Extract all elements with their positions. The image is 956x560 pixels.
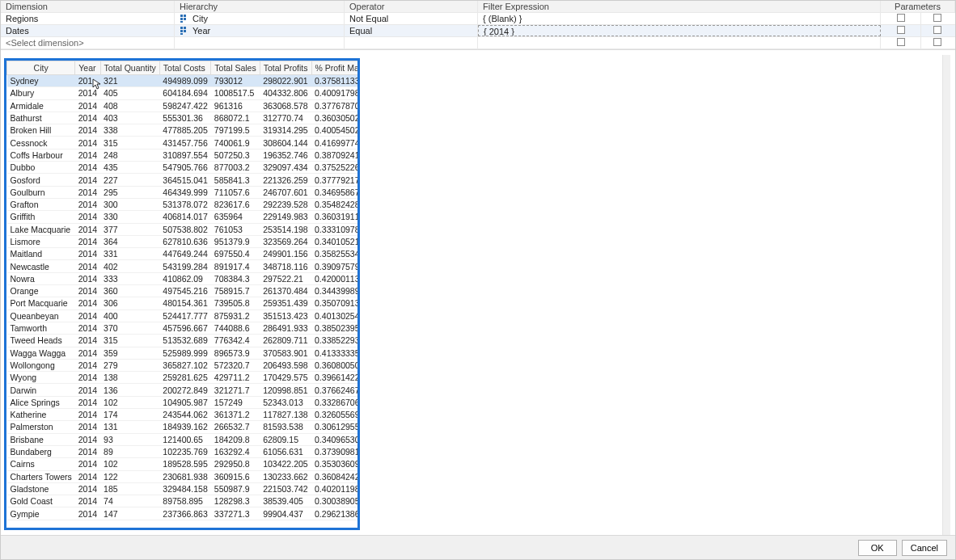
table-row[interactable]: Sydney201321494989.099793012298022.9010.…	[7, 75, 361, 87]
table-row[interactable]: Bundaberg201489102235.769163292.461056.6…	[7, 445, 361, 457]
cell-city: Lake Macquarie	[7, 223, 75, 235]
cell-city: Darwin	[7, 384, 75, 396]
filter-operator[interactable]: Equal	[345, 25, 478, 36]
filter-hierarchy[interactable]: City	[175, 13, 345, 24]
table-row[interactable]: Orange2014360497545.216758915.7261370.48…	[7, 285, 361, 297]
cell-city: Brisbane	[7, 433, 75, 445]
cell-margin: 0.35825534040…	[311, 248, 360, 260]
table-row[interactable]: Lake Macquarie2014377507538.802761053253…	[7, 223, 361, 235]
cell-margin: 0.33286706433…	[311, 396, 360, 408]
col-year[interactable]: Year	[75, 61, 100, 75]
table-row[interactable]: Gosford2014227364515.041585841.3221326.2…	[7, 174, 361, 186]
svg-rect-3	[184, 15, 186, 17]
col-margin[interactable]: % Profit Margin	[311, 61, 360, 75]
checkbox-icon[interactable]	[933, 38, 941, 46]
filter-operator[interactable]: Not Equal	[345, 13, 478, 24]
table-row[interactable]: Katherine2014174243544.062361371.2117827…	[7, 409, 361, 421]
cell-year: 2014	[75, 124, 100, 137]
table-row[interactable]: Wyong2014138259281.625429711.2170429.575…	[7, 372, 361, 384]
filter-param-b[interactable]	[921, 37, 954, 48]
checkbox-icon[interactable]	[933, 26, 941, 34]
filter-param-a[interactable]	[881, 37, 921, 48]
preview-table-frame: City Year Total Quantity Total Costs Tot…	[4, 58, 360, 530]
cell-profits: 253514.198	[260, 223, 311, 235]
cell-qty: 315	[100, 335, 159, 347]
filter-expression[interactable]: { 2014 }	[478, 25, 881, 36]
table-row[interactable]: Alice Springs2014102104905.9871572495234…	[7, 396, 361, 408]
filter-row-regions[interactable]: Regions City Not Equal { (Blank) }	[1, 13, 955, 25]
col-city[interactable]: City	[7, 61, 75, 75]
cell-profits: 261370.484	[260, 285, 311, 297]
table-row[interactable]: Bathurst2014403555301.36868072.1312770.7…	[7, 112, 361, 124]
filter-param-b[interactable]	[921, 25, 954, 36]
cell-profits: 229149.983	[260, 211, 311, 223]
table-row[interactable]: Port Macquarie2014306480154.361739505.82…	[7, 297, 361, 309]
table-row[interactable]: Gold Coast20147489758.895128298.338539.4…	[7, 495, 361, 507]
table-row[interactable]: Broken Hill2014338477885.205797199.53193…	[7, 124, 361, 137]
table-row[interactable]: Dubbo2014435547905.766877003.2329097.434…	[7, 162, 361, 174]
table-row[interactable]: Goulburn2014295464349.999711057.6246707.…	[7, 186, 361, 198]
table-row[interactable]: Darwin2014136200272.849321271.7120998.85…	[7, 384, 361, 396]
select-dimension-placeholder[interactable]: <Select dimension>	[1, 37, 175, 48]
cell-sales: 877003.2	[211, 162, 260, 174]
checkbox-icon[interactable]	[933, 14, 941, 22]
cancel-button[interactable]: Cancel	[902, 540, 947, 556]
table-row[interactable]: Charters Towers2014122230681.938360915.6…	[7, 470, 361, 482]
table-row[interactable]: Maitland2014331447649.244697550.4249901.…	[7, 248, 361, 260]
cell-margin: 0.37779217511…	[311, 174, 360, 186]
col-qty[interactable]: Total Quantity	[100, 61, 159, 75]
cell-qty: 400	[100, 309, 159, 322]
cell-qty: 138	[100, 372, 159, 384]
cell-profits: 286491.933	[260, 322, 311, 334]
cell-city: Wyong	[7, 372, 75, 384]
vertical-scrollbar[interactable]	[942, 55, 950, 535]
cell-margin: 0.34096530152…	[311, 433, 360, 445]
table-row[interactable]: Wollongong2014279365827.102572320.720649…	[7, 359, 361, 371]
cell-costs: 524417.777	[159, 309, 210, 322]
col-sales[interactable]: Total Sales	[211, 61, 260, 75]
col-costs[interactable]: Total Costs	[159, 61, 210, 75]
checkbox-icon[interactable]	[897, 38, 905, 46]
table-row[interactable]: Palmerston2014131184939.162266532.781593…	[7, 421, 361, 433]
table-row[interactable]: Gympie2014147237366.863337271.399904.437…	[7, 507, 361, 520]
filter-param-a[interactable]	[881, 25, 921, 36]
cell-profits: 259351.439	[260, 297, 311, 309]
table-row[interactable]: Tweed Heads2014315513532.689776342.42628…	[7, 335, 361, 347]
cell-city: Newcastle	[7, 260, 75, 272]
cell-sales: 128298.3	[211, 495, 260, 507]
table-row[interactable]: Newcastle2014402543199.284891917.4348718…	[7, 260, 361, 272]
table-row[interactable]: Tamworth2014370457596.667744088.6286491.…	[7, 322, 361, 334]
cell-qty: 102	[100, 458, 159, 470]
cell-qty: 359	[100, 347, 159, 359]
cell-city: Wagga Wagga	[7, 347, 75, 359]
table-row[interactable]: Albury2014405604184.6941008517.5404332.8…	[7, 87, 361, 99]
cell-sales: 761053	[211, 223, 260, 235]
table-row[interactable]: Cessnock2014315431457.756740061.9308604.…	[7, 137, 361, 149]
ok-button[interactable]: OK	[858, 540, 897, 556]
col-profits[interactable]: Total Profits	[260, 61, 311, 75]
table-row[interactable]: Cairns2014102189528.595292950.8103422.20…	[7, 458, 361, 470]
filter-expression[interactable]: { (Blank) }	[478, 13, 881, 24]
checkbox-icon[interactable]	[897, 26, 905, 34]
table-row[interactable]: Brisbane201493121400.65184209.862809.150…	[7, 433, 361, 445]
filter-param-b[interactable]	[921, 13, 954, 24]
filter-row-dates[interactable]: Dates Year Equal { 2014 }	[1, 25, 955, 37]
table-row[interactable]: Griffith2014330406814.017635964229149.98…	[7, 211, 361, 223]
table-row[interactable]: Coffs Harbour2014248310897.554507250.319…	[7, 149, 361, 161]
checkbox-icon[interactable]	[897, 14, 905, 22]
cell-city: Lismore	[7, 235, 75, 247]
filter-param-a[interactable]	[881, 13, 921, 24]
filter-row-new[interactable]: <Select dimension>	[1, 37, 955, 49]
cell-city: Bundaberg	[7, 445, 75, 457]
cell-profits: 262809.711	[260, 335, 311, 347]
table-row[interactable]: Grafton2014300531378.072823617.6292239.5…	[7, 198, 361, 210]
filter-hierarchy[interactable]: Year	[175, 25, 345, 36]
table-row[interactable]: Gladstone2014185329484.158550987.9221503…	[7, 482, 361, 495]
cell-year: 2014	[75, 149, 100, 161]
table-row[interactable]: Nowra2014333410862.09708384.3297522.210.…	[7, 272, 361, 284]
cell-qty: 295	[100, 186, 159, 198]
table-row[interactable]: Queanbeyan2014400524417.777875931.235151…	[7, 309, 361, 322]
table-row[interactable]: Wagga Wagga2014359525989.999896573.93705…	[7, 347, 361, 359]
table-row[interactable]: Armidale2014408598247.422961316363068.57…	[7, 99, 361, 112]
table-row[interactable]: Lismore2014364627810.636951379.9323569.2…	[7, 235, 361, 247]
